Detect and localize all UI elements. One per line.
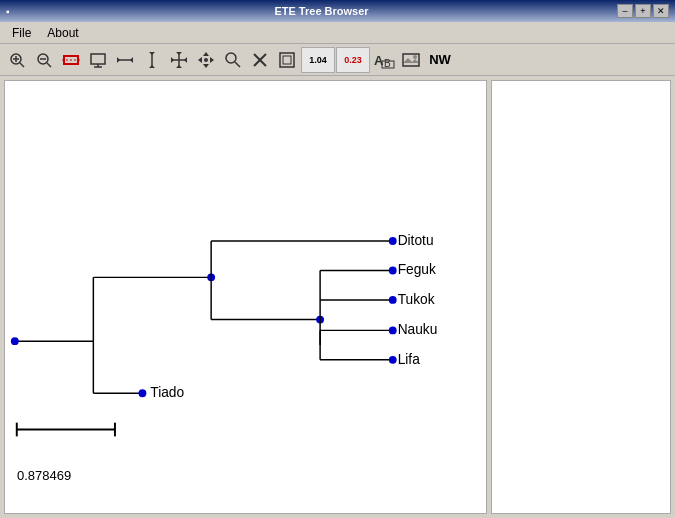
scale1-label: 1.04	[309, 55, 327, 65]
rect-select-button[interactable]	[58, 47, 84, 73]
svg-marker-22	[176, 52, 182, 55]
svg-point-45	[11, 337, 19, 345]
fit-v-icon	[143, 51, 161, 69]
svg-rect-34	[283, 56, 291, 64]
menu-file[interactable]: File	[4, 24, 39, 42]
svg-marker-24	[203, 52, 209, 56]
screen-icon	[89, 51, 107, 69]
clear-button[interactable]	[247, 47, 273, 73]
svg-marker-14	[130, 57, 133, 63]
svg-marker-25	[203, 64, 209, 68]
maximize-button[interactable]: +	[635, 4, 651, 18]
svg-text:Tukok: Tukok	[398, 292, 435, 307]
fit-both-icon	[170, 51, 188, 69]
svg-marker-17	[149, 65, 155, 68]
image-button[interactable]	[398, 47, 424, 73]
svg-point-64	[389, 326, 397, 334]
window-title: ETE Tree Browser	[26, 5, 617, 17]
fit-vertical-button[interactable]	[139, 47, 165, 73]
titlebar-icon: ▪	[6, 6, 26, 17]
svg-point-29	[226, 53, 236, 63]
toolbar: 1.04 0.23 A B NW	[0, 44, 675, 76]
svg-text:Feguk: Feguk	[398, 262, 436, 277]
frame-button[interactable]	[274, 47, 300, 73]
svg-marker-23	[176, 65, 182, 68]
fit-horizontal-button[interactable]	[112, 47, 138, 73]
frame-icon	[278, 51, 296, 69]
svg-point-63	[389, 296, 397, 304]
titlebar: ▪ ETE Tree Browser – + ✕	[0, 0, 675, 22]
text-button[interactable]: A B	[371, 47, 397, 73]
svg-text:B: B	[384, 58, 391, 69]
right-panel	[491, 80, 671, 514]
svg-text:Nauku: Nauku	[398, 322, 438, 337]
svg-marker-13	[117, 57, 120, 63]
tree-svg: Ditotu Feguk Tukok Nauku Lifa Tiado	[5, 81, 486, 513]
scale2-label: 0.23	[344, 55, 362, 65]
window-controls: – + ✕	[617, 4, 669, 18]
scale2-button[interactable]: 0.23	[336, 47, 370, 73]
nw-label: NW	[429, 52, 451, 67]
svg-line-30	[235, 62, 240, 67]
svg-point-28	[204, 58, 208, 62]
rect-icon	[62, 51, 80, 69]
svg-marker-21	[184, 57, 187, 63]
svg-rect-9	[91, 54, 105, 64]
svg-point-61	[389, 237, 397, 245]
pan-button[interactable]	[193, 47, 219, 73]
zoom-out-button[interactable]	[31, 47, 57, 73]
search-button[interactable]	[220, 47, 246, 73]
screen-button[interactable]	[85, 47, 111, 73]
svg-marker-26	[198, 57, 202, 63]
svg-marker-16	[149, 52, 155, 55]
svg-text:Ditotu: Ditotu	[398, 233, 434, 248]
svg-marker-20	[171, 57, 174, 63]
minimize-button[interactable]: –	[617, 4, 633, 18]
svg-marker-27	[210, 57, 214, 63]
main-area: Ditotu Feguk Tukok Nauku Lifa Tiado 0.87…	[0, 76, 675, 518]
svg-point-62	[389, 267, 397, 275]
image-icon	[402, 51, 420, 69]
clear-icon	[251, 51, 269, 69]
svg-text:Lifa: Lifa	[398, 352, 421, 367]
fit-h-icon	[116, 51, 134, 69]
scale-value-label: 0.878469	[17, 468, 71, 483]
svg-line-1	[20, 63, 24, 67]
svg-rect-33	[280, 53, 294, 67]
tree-canvas[interactable]: Ditotu Feguk Tukok Nauku Lifa Tiado 0.87…	[4, 80, 487, 514]
close-button[interactable]: ✕	[653, 4, 669, 18]
search-icon	[224, 51, 242, 69]
svg-point-50	[139, 389, 147, 397]
zoom-in-button[interactable]	[4, 47, 30, 73]
zoom-in-icon	[8, 51, 26, 69]
menu-about[interactable]: About	[39, 24, 86, 42]
zoom-out-icon	[35, 51, 53, 69]
svg-rect-38	[403, 54, 419, 66]
pan-icon	[197, 51, 215, 69]
menubar: File About	[0, 22, 675, 44]
svg-marker-39	[403, 58, 419, 63]
text-icon: A B	[373, 49, 395, 71]
svg-point-40	[413, 55, 417, 59]
nw-button[interactable]: NW	[425, 47, 455, 73]
svg-point-65	[389, 356, 397, 364]
svg-line-5	[47, 63, 51, 67]
svg-text:Tiado: Tiado	[150, 385, 184, 400]
fit-both-button[interactable]	[166, 47, 192, 73]
scale1-button[interactable]: 1.04	[301, 47, 335, 73]
